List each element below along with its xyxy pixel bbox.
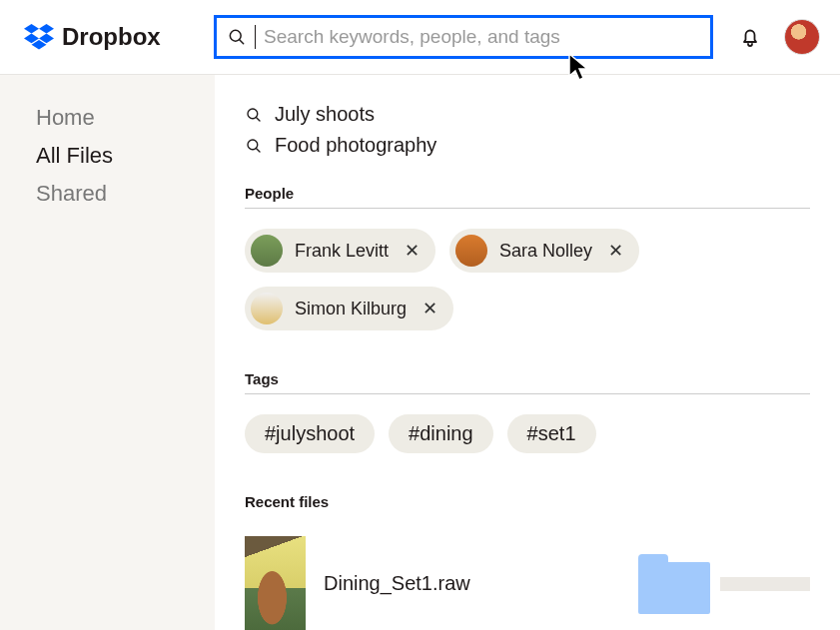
remove-icon[interactable]: ✕ (608, 240, 623, 262)
svg-line-6 (240, 40, 244, 44)
brand-logo[interactable]: Dropbox (24, 23, 214, 51)
header-bar: Dropbox (0, 0, 840, 75)
section-recent-label: Recent files (245, 493, 810, 516)
text-caret (255, 25, 256, 49)
person-chip[interactable]: Simon Kilburg ✕ (245, 287, 453, 330)
folder-icon[interactable] (638, 554, 684, 614)
recent-files-row: Dining_Set1.raw (245, 536, 810, 630)
suggestion-label: July shoots (275, 103, 375, 126)
tag-chip[interactable]: #dining (389, 414, 493, 453)
search-icon (245, 106, 263, 124)
person-name: Sara Nolley (499, 241, 592, 262)
bell-icon[interactable] (738, 25, 762, 49)
tag-chips: #julyshoot #dining #set1 (245, 414, 810, 453)
dropbox-icon (24, 24, 54, 50)
svg-marker-0 (24, 24, 39, 34)
svg-line-8 (256, 117, 260, 121)
brand-name: Dropbox (62, 23, 161, 51)
search-field[interactable] (214, 15, 713, 59)
suggestion-item[interactable]: July shoots (245, 99, 810, 130)
search-suggestions: July shoots Food photography (245, 99, 810, 161)
suggestion-label: Food photography (275, 134, 436, 157)
people-chips: Frank Levitt ✕ Sara Nolley ✕ Simon Kilbu… (245, 229, 810, 330)
sidebar-item-home[interactable]: Home (36, 105, 215, 131)
file-thumbnail[interactable] (245, 536, 306, 630)
person-chip[interactable]: Sara Nolley ✕ (449, 229, 639, 273)
file-name[interactable]: Dining_Set1.raw (324, 572, 470, 595)
file-name-placeholder (720, 577, 810, 591)
svg-line-10 (256, 148, 260, 152)
search-icon (245, 137, 263, 155)
person-name: Frank Levitt (295, 241, 389, 262)
main-content: July shoots Food photography People Fran… (215, 75, 840, 630)
header-actions (738, 19, 820, 55)
tag-chip[interactable]: #set1 (507, 414, 596, 453)
section-people-label: People (245, 185, 810, 209)
search-input[interactable] (264, 26, 700, 48)
account-avatar[interactable] (784, 19, 820, 55)
remove-icon[interactable]: ✕ (405, 240, 420, 262)
sidebar-item-shared[interactable]: Shared (36, 181, 215, 207)
remove-icon[interactable]: ✕ (422, 298, 437, 319)
person-chip[interactable]: Frank Levitt ✕ (245, 229, 435, 273)
svg-marker-1 (39, 24, 54, 34)
section-tags-label: Tags (245, 370, 810, 394)
avatar (251, 235, 283, 267)
avatar (455, 235, 487, 267)
sidebar-item-all-files[interactable]: All Files (36, 143, 215, 169)
suggestion-item[interactable]: Food photography (245, 130, 810, 161)
avatar (251, 293, 283, 324)
tag-chip[interactable]: #julyshoot (245, 414, 375, 453)
sidebar-nav: Home All Files Shared (0, 75, 215, 630)
person-name: Simon Kilburg (295, 299, 407, 319)
search-icon (227, 27, 247, 47)
